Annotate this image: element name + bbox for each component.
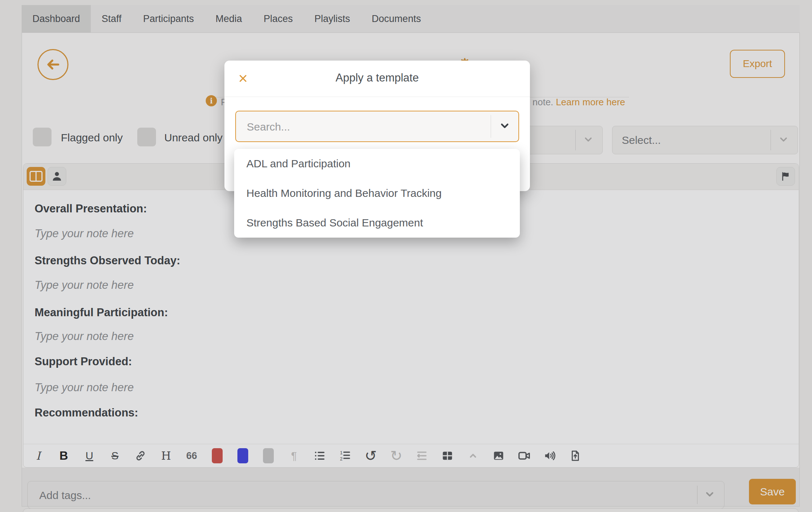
template-search-box[interactable] (235, 111, 519, 142)
template-option-strengths-based[interactable]: Strengths Based Social Engagement (234, 208, 520, 238)
modal-header-divider (224, 97, 530, 97)
app-window: Dashboard Staff Participants Media Place… (0, 0, 812, 512)
modal-title: Apply a template (224, 71, 530, 84)
search-divider (491, 115, 491, 138)
template-search-input[interactable] (246, 111, 478, 142)
template-options-dropdown: ADL and Participation Health Monitoring … (234, 149, 520, 238)
template-option-adl[interactable]: ADL and Participation (234, 149, 520, 178)
chevron-down-icon[interactable] (499, 120, 510, 133)
template-option-health-monitoring[interactable]: Health Monitoring and Behavior Tracking (234, 178, 520, 208)
